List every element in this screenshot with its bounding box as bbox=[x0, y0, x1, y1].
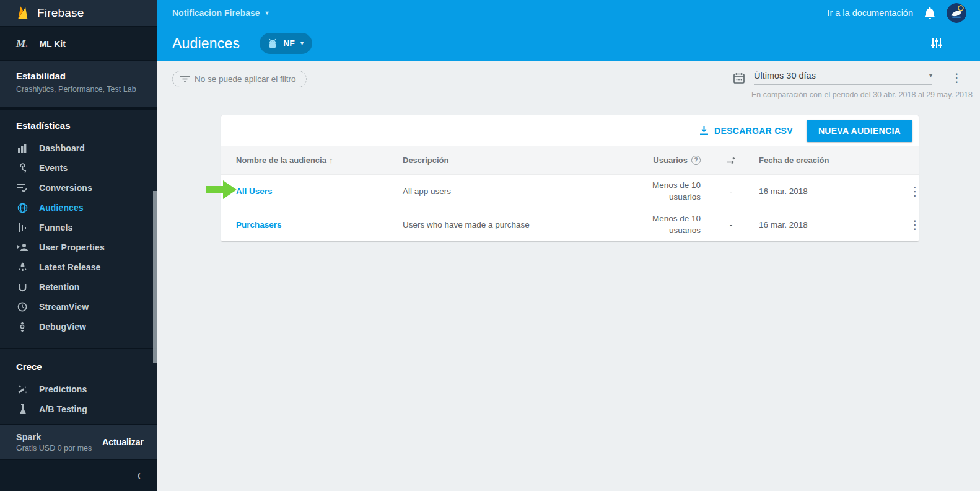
column-header-name[interactable]: Nombre de la audiencia↑ bbox=[236, 156, 403, 165]
filter-chip[interactable]: No se puede aplicar el filtro bbox=[172, 71, 307, 87]
plan-name: Spark bbox=[16, 432, 92, 442]
sidebar-item-debugview[interactable]: DebugView bbox=[0, 317, 157, 337]
content: No se puede aplicar el filtro Últimos 30… bbox=[157, 61, 980, 491]
calendar-icon[interactable] bbox=[733, 72, 745, 84]
sidebar-item-ml-kit[interactable]: M. ML Kit bbox=[0, 26, 157, 61]
plan-footer: Spark Gratis USD 0 por mes Actualizar bbox=[0, 424, 157, 459]
notifications-bell-icon[interactable] bbox=[924, 7, 935, 19]
firebase-flame-icon bbox=[16, 5, 29, 22]
column-header-created[interactable]: Fecha de creación bbox=[759, 156, 901, 165]
audience-description: All app users bbox=[403, 187, 607, 196]
sidebar-item-dashboard[interactable]: Dashboard bbox=[0, 138, 157, 158]
dashboard-icon bbox=[16, 142, 28, 154]
collapse-sidebar-icon[interactable]: ‹ bbox=[137, 467, 141, 484]
audience-name-link[interactable]: Purchasers bbox=[236, 220, 403, 229]
row-overflow-menu-icon[interactable]: ⋮ bbox=[907, 219, 924, 231]
sidebar-item-retention[interactable]: Retention bbox=[0, 277, 157, 297]
sidebar-item-streamview[interactable]: StreamView bbox=[0, 297, 157, 317]
funnel-icon bbox=[16, 221, 28, 234]
download-csv-button[interactable]: DESCARGAR CSV bbox=[699, 126, 793, 136]
row-overflow-menu-icon[interactable]: ⋮ bbox=[907, 185, 924, 197]
download-icon bbox=[699, 126, 709, 135]
sidebar-scrollbar[interactable] bbox=[153, 191, 157, 363]
date-range-select[interactable]: Últimos 30 días ▾ bbox=[754, 71, 932, 85]
new-audience-button[interactable]: NUEVA AUDIENCIA bbox=[807, 120, 912, 142]
flask-icon bbox=[16, 403, 28, 415]
audience-users: Menos de 10 usuarios bbox=[607, 180, 703, 202]
compare-arrows-icon bbox=[726, 157, 736, 164]
table-row[interactable]: All Users All app users Menos de 10 usua… bbox=[221, 174, 919, 208]
help-icon[interactable]: ? bbox=[691, 156, 701, 165]
checklist-icon bbox=[16, 182, 28, 194]
audience-created-date: 16 mar. 2018 bbox=[759, 187, 901, 196]
sidebar-item-user-properties[interactable]: User Properties bbox=[0, 237, 157, 257]
sidebar: Firebase M. ML Kit Estabilidad Crashlyti… bbox=[0, 0, 157, 491]
audience-users: Menos de 10 usuarios bbox=[607, 213, 703, 236]
sidebar-item-latest-release[interactable]: Latest Release bbox=[0, 257, 157, 277]
column-header-compare bbox=[703, 157, 759, 164]
ml-kit-icon: M. bbox=[16, 38, 28, 50]
table-row[interactable]: Purchasers Users who have made a purchas… bbox=[221, 208, 919, 241]
sidebar-item-funnels[interactable]: Funnels bbox=[0, 218, 157, 237]
sidebar-divider bbox=[0, 348, 157, 349]
android-icon bbox=[268, 38, 278, 49]
annotation-arrow bbox=[206, 180, 237, 199]
globe-icon bbox=[16, 201, 28, 214]
sidebar-nav: Estadísticas Dashboard Events Conversion… bbox=[0, 110, 157, 424]
touch-icon bbox=[16, 162, 28, 174]
comparison-line: En comparación con el periodo del 30 abr… bbox=[746, 91, 932, 99]
sidebar-item-events[interactable]: Events bbox=[0, 158, 157, 178]
card-toolbar: DESCARGAR CSV NUEVA AUDIENCIA bbox=[221, 115, 919, 146]
rocket-icon bbox=[16, 261, 28, 273]
debug-icon bbox=[16, 321, 28, 333]
tune-settings-icon[interactable] bbox=[930, 37, 943, 50]
filter-chip-label: No se puede aplicar el filtro bbox=[195, 74, 296, 84]
sidebar-item-predictions[interactable]: Predictions bbox=[0, 379, 157, 399]
grow-section-title: Crece bbox=[0, 361, 157, 372]
main-area: Notificacion Firebase ▾ Ir a la document… bbox=[157, 0, 980, 491]
date-range-value: Últimos 30 días bbox=[754, 71, 816, 81]
table-header-row: Nombre de la audiencia↑ Descripción Usua… bbox=[221, 146, 919, 174]
audiences-card: DESCARGAR CSV NUEVA AUDIENCIA Nombre de … bbox=[221, 115, 919, 241]
column-header-users[interactable]: Usuarios ? bbox=[607, 156, 703, 165]
page-header: Audiences NF ▾ bbox=[157, 26, 980, 61]
brand-name: Firebase bbox=[37, 6, 84, 20]
plan-description: Gratis USD 0 por mes bbox=[16, 444, 92, 453]
app-chip-label: NF bbox=[283, 38, 295, 48]
audience-compare-value: - bbox=[703, 220, 759, 229]
app-selector-chip[interactable]: NF ▾ bbox=[260, 33, 312, 54]
chevron-down-icon: ▾ bbox=[300, 40, 304, 46]
audience-compare-value: - bbox=[703, 187, 759, 196]
column-header-description[interactable]: Descripción bbox=[403, 156, 607, 165]
analytics-section-title: Estadísticas bbox=[0, 120, 157, 131]
project-selector[interactable]: Notificacion Firebase ▾ bbox=[172, 8, 269, 18]
clock-icon bbox=[16, 301, 28, 313]
sidebar-item-ab-testing[interactable]: A/B Testing bbox=[0, 399, 157, 419]
page-title: Audiences bbox=[172, 35, 240, 52]
overflow-menu-icon[interactable]: ⋮ bbox=[948, 72, 965, 84]
chevron-down-icon: ▾ bbox=[266, 10, 269, 16]
people-icon bbox=[16, 241, 28, 254]
upgrade-button[interactable]: Actualizar bbox=[102, 437, 144, 447]
magic-wand-icon bbox=[16, 383, 28, 396]
sidebar-collapse-bar: ‹ bbox=[0, 459, 157, 491]
topbar: Notificacion Firebase ▾ Ir a la document… bbox=[157, 0, 980, 26]
sort-ascending-icon: ↑ bbox=[329, 156, 333, 165]
audience-description: Users who have made a purchase bbox=[403, 220, 607, 229]
project-name: Notificacion Firebase bbox=[172, 8, 260, 18]
filter-icon bbox=[180, 76, 190, 82]
stability-title: Estabilidad bbox=[16, 71, 142, 81]
magnet-icon bbox=[16, 281, 28, 293]
chevron-down-icon: ▾ bbox=[929, 73, 932, 79]
documentation-link[interactable]: Ir a la documentación bbox=[827, 8, 913, 18]
audience-created-date: 16 mar. 2018 bbox=[759, 220, 901, 229]
account-avatar[interactable] bbox=[947, 3, 966, 23]
firebase-brand[interactable]: Firebase bbox=[0, 0, 157, 26]
audience-name-link[interactable]: All Users bbox=[236, 187, 403, 196]
comparison-text: En comparación con el periodo del 30 abr… bbox=[751, 91, 973, 99]
sidebar-item-audiences[interactable]: Audiences bbox=[0, 198, 157, 218]
date-range-group: Últimos 30 días ▾ En comparación con el … bbox=[733, 71, 965, 99]
stability-subtitle: Crashlytics, Performance, Test Lab bbox=[16, 85, 142, 94]
sidebar-item-stability[interactable]: Estabilidad Crashlytics, Performance, Te… bbox=[0, 61, 157, 110]
sidebar-item-conversions[interactable]: Conversions bbox=[0, 178, 157, 198]
